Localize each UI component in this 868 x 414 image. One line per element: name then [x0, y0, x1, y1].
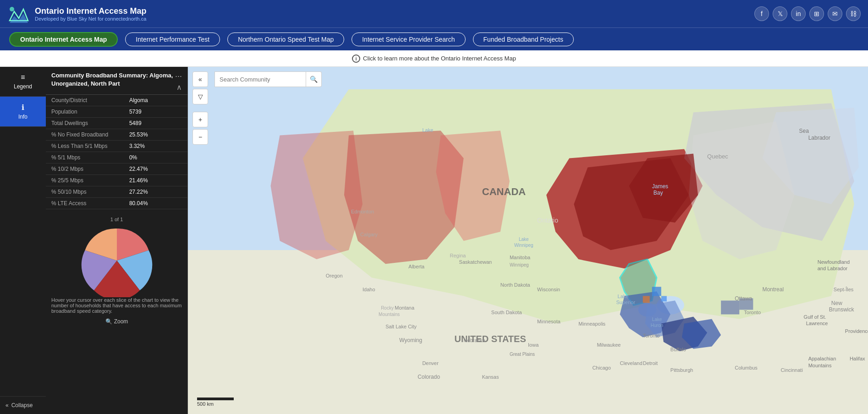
svg-text:Lawrence: Lawrence — [806, 321, 828, 327]
link-icon[interactable]: ⛓ — [846, 6, 861, 21]
stat-value: Algoma — [124, 95, 187, 106]
svg-text:Salt Lake City: Salt Lake City — [385, 324, 417, 329]
info-circle-icon: i — [352, 54, 360, 63]
svg-text:Lake: Lake — [422, 127, 433, 133]
main-layout: ≡ Legend ℹ Info « Collapse Community Bro… — [0, 67, 868, 414]
nav-btn-speed-map[interactable]: Northern Ontario Speed Test Map — [227, 33, 344, 46]
svg-text:Quebec: Quebec — [707, 153, 728, 160]
stat-label: % 5/1 Mbps — [46, 152, 124, 163]
linkedin-icon[interactable]: in — [791, 6, 806, 21]
sidebar-item-legend[interactable]: ≡ Legend — [0, 67, 46, 97]
svg-text:Wisconsin: Wisconsin — [537, 287, 560, 292]
svg-point-3 — [10, 7, 14, 11]
header-title-block: Ontario Internet Access Map Developed by… — [35, 6, 146, 22]
svg-text:James: James — [652, 183, 668, 190]
header-subtitle: Developed by Blue Sky Net for connectedn… — [35, 16, 146, 22]
qr-icon[interactable]: ⊞ — [809, 6, 824, 21]
stats-table: County/DistrictAlgomaPopulation5739Total… — [46, 95, 187, 209]
svg-text:Winnipeg: Winnipeg — [514, 243, 533, 248]
sidebar-legend-label: Legend — [14, 83, 32, 90]
panel-menu-icon[interactable]: ··· — [175, 71, 182, 81]
zoom-out-btn[interactable]: − — [192, 129, 208, 145]
sidebar-item-info[interactable]: ℹ Info — [0, 97, 46, 127]
stat-value: 80.04% — [124, 198, 187, 209]
panel-header: Community Broadband Summary: Algoma, Uno… — [46, 67, 187, 95]
stat-label: % No Fixed Broadband — [46, 129, 124, 141]
svg-text:Montana: Montana — [395, 305, 415, 310]
search-input[interactable] — [214, 71, 306, 87]
map-search-bar: 🔍 — [214, 71, 322, 87]
logo-icon — [7, 2, 30, 25]
zoom-in-btn[interactable]: + — [192, 112, 208, 127]
svg-text:Ontario: Ontario — [537, 217, 558, 224]
svg-text:Cincinnati: Cincinnati — [780, 367, 802, 373]
map-svg: CANADA UNITED STATES Ontario Labrador Se… — [188, 67, 868, 414]
email-icon[interactable]: ✉ — [828, 6, 842, 21]
svg-text:Ottawa: Ottawa — [735, 295, 752, 302]
facebook-icon[interactable]: f — [754, 6, 769, 21]
svg-rect-27 — [721, 300, 739, 314]
svg-marker-20 — [689, 121, 795, 259]
scale-label: 500 km — [197, 401, 214, 407]
svg-rect-23 — [643, 296, 650, 303]
svg-text:Minnesota: Minnesota — [537, 319, 561, 324]
svg-text:Toronto: Toronto — [643, 333, 660, 338]
svg-text:Mountains: Mountains — [379, 312, 400, 317]
filter-btn[interactable]: ▽ — [192, 89, 208, 104]
svg-text:Lake: Lake — [618, 294, 629, 299]
svg-text:Chicago: Chicago — [592, 365, 610, 370]
svg-text:and Labrador: and Labrador — [818, 266, 848, 271]
stat-value: 3.32% — [124, 141, 187, 152]
stat-label: % 10/2 Mbps — [46, 163, 124, 175]
svg-text:Appalachian: Appalachian — [808, 356, 836, 361]
map-toolbar: « ▽ + − — [192, 71, 208, 145]
svg-text:Nebraska: Nebraska — [464, 338, 486, 343]
svg-text:Pittsburgh: Pittsburgh — [670, 367, 693, 373]
table-row: % Less Than 5/1 Mbps3.32% — [46, 141, 187, 152]
svg-text:Superior: Superior — [616, 300, 636, 305]
svg-text:Edmonton: Edmonton — [351, 209, 374, 214]
table-row: Population5739 — [46, 106, 187, 118]
svg-text:Newfoundland: Newfoundland — [818, 259, 850, 265]
map-container[interactable]: CANADA UNITED STATES Ontario Labrador Se… — [188, 67, 868, 414]
stat-label: % LTE Access — [46, 198, 124, 209]
svg-text:Wyoming: Wyoming — [399, 337, 422, 343]
stat-value: 5489 — [124, 118, 187, 129]
nav-btn-isp-search[interactable]: Internet Service Provider Search — [352, 33, 465, 46]
table-row: % 25/5 Mbps21.46% — [46, 175, 187, 186]
svg-text:CANADA: CANADA — [482, 186, 526, 197]
svg-text:Columbus: Columbus — [735, 365, 758, 370]
stat-value: 22.47% — [124, 163, 187, 175]
stat-value: 21.46% — [124, 175, 187, 186]
stat-value: 5739 — [124, 106, 187, 118]
table-row: % LTE Access80.04% — [46, 198, 187, 209]
map-scale: 500 km — [197, 398, 234, 407]
back-btn[interactable]: « — [192, 71, 208, 87]
svg-text:Providence: Providence — [845, 328, 868, 334]
infobar-text: Click to learn more about the Ontario In… — [363, 55, 516, 62]
map-area: CANADA UNITED STATES Ontario Labrador Se… — [188, 67, 868, 414]
svg-text:Great Plains: Great Plains — [510, 352, 535, 357]
svg-text:North Dakota: North Dakota — [500, 282, 531, 288]
nav-btn-performance[interactable]: Internet Performance Test — [125, 33, 220, 46]
navbar: Ontario Internet Access Map Internet Per… — [0, 27, 868, 50]
pagination-label: 1 of 1 — [105, 215, 129, 224]
stat-value: 27.22% — [124, 186, 187, 198]
chart-area: 1 of 1 Hover your cursor over each slice… — [46, 209, 187, 330]
stat-value: 0% — [124, 152, 187, 163]
svg-text:Labrador: Labrador — [808, 135, 830, 141]
panel-collapse-btn[interactable]: ∧ — [176, 83, 182, 92]
stat-label: Total Dwellings — [46, 118, 124, 129]
zoom-btn[interactable]: 🔍 Zoom — [105, 318, 128, 325]
twitter-icon[interactable]: 𝕏 — [773, 6, 787, 21]
zoom-icon: 🔍 — [105, 318, 112, 325]
nav-active-btn[interactable]: Ontario Internet Access Map — [9, 32, 118, 47]
search-submit-icon[interactable]: 🔍 — [306, 71, 322, 87]
svg-text:Huron: Huron — [651, 323, 663, 328]
nav-btn-funded[interactable]: Funded Broadband Projects — [473, 33, 574, 46]
svg-text:Brunswick: Brunswick — [829, 306, 855, 313]
infobar[interactable]: i Click to learn more about the Ontario … — [0, 50, 868, 67]
svg-text:Regina: Regina — [450, 253, 467, 258]
sidebar-collapse-btn[interactable]: « Collapse — [0, 396, 46, 414]
table-row: % 5/1 Mbps0% — [46, 152, 187, 163]
